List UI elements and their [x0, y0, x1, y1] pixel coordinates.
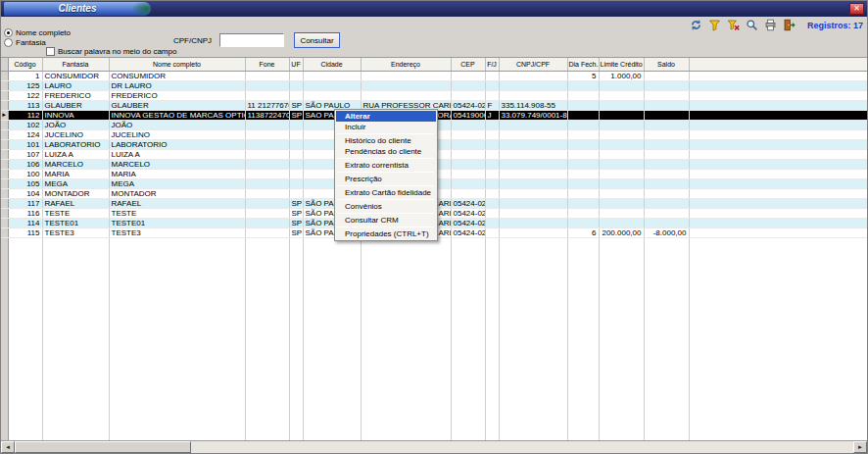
cell[interactable] [485, 71, 499, 80]
cell[interactable] [499, 227, 567, 237]
cell[interactable] [245, 227, 289, 237]
cell[interactable]: MARIA [109, 169, 245, 178]
cell[interactable]: 05419000 [451, 110, 485, 120]
context-menu-item[interactable]: Extrato Cartão fidelidade [336, 187, 436, 198]
cell[interactable] [485, 178, 499, 188]
cell[interactable] [644, 71, 689, 80]
cell[interactable]: 114 [8, 218, 42, 227]
cell[interactable]: 05424-020 [451, 218, 485, 227]
cell[interactable]: CONSUMIDOR [42, 71, 109, 80]
cell[interactable]: TESTE [42, 208, 109, 218]
cell[interactable] [567, 129, 599, 139]
cell[interactable] [567, 110, 599, 120]
cell[interactable] [485, 169, 499, 178]
cell[interactable] [567, 198, 599, 208]
cell[interactable] [499, 159, 567, 169]
cell[interactable] [451, 188, 485, 198]
cell[interactable] [499, 139, 567, 149]
checkbox-buscar-meio[interactable]: Buscar palavra no meio do campo [46, 47, 176, 56]
cell[interactable] [567, 188, 599, 198]
cell[interactable]: 1138722470 [245, 110, 289, 120]
cell[interactable] [599, 100, 644, 110]
cell[interactable]: FREDERICO [109, 90, 245, 100]
cell[interactable]: -8.000,00 [644, 227, 689, 237]
cell[interactable]: MARCELO [42, 159, 109, 169]
cell[interactable] [289, 120, 303, 129]
column-header[interactable]: Nome completo [109, 58, 245, 71]
cell[interactable]: TESTE01 [109, 218, 245, 227]
cell[interactable]: 05424-020 [451, 227, 485, 237]
cell[interactable] [485, 208, 499, 218]
column-header[interactable]: Saldo [644, 58, 689, 71]
radio-nome-completo[interactable]: Nome completo [4, 28, 71, 37]
cell[interactable] [485, 149, 499, 159]
cell[interactable]: TESTE [109, 208, 245, 218]
cell[interactable]: LABORATORIO [109, 139, 245, 149]
cell[interactable]: 112 [8, 110, 42, 120]
cell[interactable] [289, 129, 303, 139]
context-menu-item[interactable]: Propriedades (CTRL+T) [336, 228, 436, 239]
column-header[interactable]: Dia Fech. [567, 58, 599, 71]
cell[interactable] [361, 80, 451, 90]
cell[interactable]: 33.079.749/0001-80 [499, 110, 567, 120]
cell[interactable] [451, 120, 485, 129]
cell[interactable]: 200.000,00 [599, 227, 644, 237]
cell[interactable] [245, 139, 289, 149]
cell[interactable] [289, 71, 303, 80]
cell[interactable]: TESTE3 [42, 227, 109, 237]
cell[interactable] [451, 169, 485, 178]
cell[interactable] [599, 208, 644, 218]
cell[interactable]: JUCELINO [42, 129, 109, 139]
refresh-button[interactable] [689, 18, 704, 32]
cell[interactable]: JUCELINO [109, 129, 245, 139]
cell[interactable] [451, 178, 485, 188]
cell[interactable] [644, 208, 689, 218]
cell[interactable]: 11 21277676 [245, 100, 289, 110]
cell[interactable]: 5 [567, 71, 599, 80]
cell[interactable]: 05424-020 [451, 198, 485, 208]
cell[interactable]: TESTE3 [109, 227, 245, 237]
cell[interactable]: SP [289, 208, 303, 218]
cell[interactable]: CONSUMIDOR [109, 71, 245, 80]
cell[interactable]: MONTADOR [42, 188, 109, 198]
cell[interactable] [245, 178, 289, 188]
cell[interactable] [644, 80, 689, 90]
context-menu-item[interactable]: Histórico do cliente [336, 135, 436, 146]
cell[interactable] [499, 169, 567, 178]
cell[interactable]: SP [289, 100, 303, 110]
cell[interactable] [567, 139, 599, 149]
cell[interactable] [599, 169, 644, 178]
cell[interactable] [451, 80, 485, 90]
cell[interactable] [289, 188, 303, 198]
cell[interactable] [289, 169, 303, 178]
cell[interactable] [485, 120, 499, 129]
cell[interactable] [499, 149, 567, 159]
cell[interactable]: LABORATORIO [42, 139, 109, 149]
cell[interactable]: MARCELO [109, 159, 245, 169]
cell[interactable] [644, 178, 689, 188]
context-menu-item[interactable]: Incluir [336, 122, 436, 132]
cell[interactable] [567, 169, 599, 178]
cell[interactable] [599, 110, 644, 120]
cell[interactable] [499, 218, 567, 227]
cell[interactable] [599, 129, 644, 139]
context-menu-item[interactable]: Convênios [336, 201, 436, 212]
cell[interactable]: SP [289, 227, 303, 237]
cell[interactable] [599, 188, 644, 198]
cell[interactable] [451, 159, 485, 169]
cell[interactable] [485, 159, 499, 169]
cell[interactable] [567, 80, 599, 90]
table-row[interactable]: 1CONSUMIDORCONSUMIDOR51.000,00 [1, 71, 867, 80]
cell[interactable] [599, 120, 644, 129]
cell[interactable] [567, 100, 599, 110]
cell[interactable] [499, 198, 567, 208]
clear-filter-button[interactable] [726, 18, 742, 32]
cell[interactable]: SP [289, 198, 303, 208]
cell[interactable]: JOÃO [42, 120, 109, 129]
exit-button[interactable] [782, 18, 797, 32]
cell[interactable] [644, 110, 689, 120]
cell[interactable] [599, 159, 644, 169]
cell[interactable]: GLAUBER [109, 100, 245, 110]
cell[interactable] [289, 159, 303, 169]
cell[interactable] [303, 80, 361, 90]
